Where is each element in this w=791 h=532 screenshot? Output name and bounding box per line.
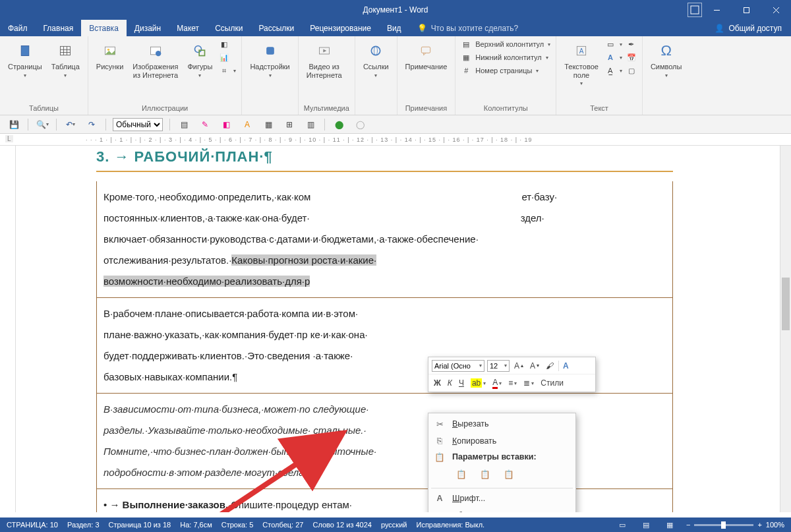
mini-shrink-font[interactable]: A▾ (528, 361, 541, 371)
qat-btn-7[interactable]: ▥ (303, 117, 318, 132)
status-section[interactable]: Раздел: 3 (67, 521, 100, 529)
close-button[interactable] (761, 0, 791, 20)
screenshot-button[interactable]: ⌗▾ (219, 65, 236, 76)
qat-btn-9[interactable]: ◯ (353, 117, 367, 132)
paste-keep-formatting[interactable]: 📋 (452, 465, 471, 483)
mini-underline[interactable]: Ч (457, 378, 466, 388)
paste-merge-formatting[interactable]: 📋 (476, 465, 494, 483)
quickparts-button[interactable]: ▭▾ (605, 39, 622, 49)
shapes-button[interactable]: Фигуры ▾ (185, 39, 215, 80)
mini-font-selector[interactable]: Arial (Осно▾ (432, 360, 484, 372)
footer-button[interactable]: ▦Нижний колонтитул ▾ (461, 52, 550, 63)
find-button[interactable]: 🔍▾ (35, 117, 49, 132)
vertical-scrollbar[interactable] (780, 146, 791, 512)
tab-layout[interactable]: Макет (169, 20, 207, 36)
pagenum-button[interactable]: #Номер страницы ▾ (461, 65, 550, 76)
status-at[interactable]: На: 7,6см (180, 521, 212, 529)
mini-format-painter[interactable]: 🖌 (544, 361, 556, 371)
header-button[interactable]: ▤Верхний колонтитул ▾ (461, 39, 550, 49)
ribbon-display-options[interactable] (688, 3, 702, 17)
mini-size-value: 12 (490, 362, 498, 370)
links-button[interactable]: Ссылки ▾ (361, 39, 392, 80)
mini-grow-font[interactable]: A▴ (512, 361, 525, 371)
horizontal-ruler[interactable]: L · · · 1 · | · 1 · | · | · 2 · | · 3 · … (0, 134, 791, 146)
mini-styles[interactable]: A (558, 361, 571, 371)
document-page[interactable]: 3. → РАБОЧИЙ·ПЛАН·¶ Кроме·того,·необходи… (96, 146, 673, 512)
tab-review[interactable]: Рецензирование (302, 20, 379, 36)
qat-btn-2[interactable]: ✎ (198, 117, 212, 132)
ctx-copy[interactable]: ⎘Копировать (428, 432, 575, 450)
ruler-tab-selector[interactable]: L (5, 135, 13, 142)
view-print-layout[interactable]: ▤ (639, 519, 653, 531)
online-pictures-button[interactable]: Изображения из Интернета (130, 39, 181, 80)
share-button[interactable]: 👤 Общий доступ (705, 20, 791, 36)
zoom-control[interactable]: − + 100% (686, 521, 784, 529)
qat-btn-1[interactable]: ▤ (177, 117, 191, 132)
comment-button[interactable]: Примечание (403, 39, 450, 73)
caret-icon: ▾ (580, 80, 583, 86)
mini-italic[interactable]: К (446, 378, 454, 388)
tab-home[interactable]: Главная (36, 20, 82, 36)
redo-button[interactable]: ↷ (84, 117, 99, 132)
status-page[interactable]: СТРАНИЦА: 10 (7, 521, 58, 529)
mini-numbering[interactable]: ≣▾ (521, 378, 536, 388)
tab-insert[interactable]: Вставка (81, 20, 127, 36)
view-web-layout[interactable]: ▦ (662, 519, 677, 531)
wordart-button[interactable]: A▾ (605, 52, 622, 63)
object-button[interactable]: ▢ (626, 65, 637, 76)
textbox-button[interactable]: A Текстовое поле ▾ (562, 39, 601, 88)
pages-button[interactable]: Страницы ▾ (5, 39, 45, 80)
tab-view[interactable]: Вид (379, 20, 409, 36)
status-pageof[interactable]: Страница 10 из 18 (109, 521, 171, 529)
status-column[interactable]: Столбец: 27 (262, 521, 303, 529)
paste-text-only[interactable]: 📋 (500, 465, 518, 483)
qat-btn-3[interactable]: ◧ (219, 117, 233, 132)
signature-button[interactable]: ✒ (626, 39, 637, 49)
mini-font-color[interactable]: A▾ (490, 377, 504, 390)
vertical-ruler[interactable] (0, 146, 16, 512)
mini-highlight[interactable]: ab▾ (469, 378, 488, 388)
qat-btn-8[interactable]: ⬤ (332, 117, 346, 132)
ctx-paragraph[interactable]: ≡Абзац... (428, 507, 575, 512)
pictures-button[interactable]: Рисунки (94, 39, 127, 73)
style-selector[interactable]: Обычный (113, 118, 163, 131)
tell-me[interactable]: 💡 Что вы хотите сделать? (409, 20, 527, 36)
minimize-button[interactable] (702, 0, 732, 20)
addins-button[interactable]: Надстройки ▾ (247, 39, 292, 80)
chart-button[interactable]: 📊 (219, 52, 236, 63)
datetime-button[interactable]: 📅 (626, 52, 637, 63)
mini-bold[interactable]: Ж (432, 378, 443, 388)
zoom-slider[interactable] (694, 524, 753, 526)
qat-btn-5[interactable]: ▦ (261, 117, 276, 132)
mini-styles-label[interactable]: Стили (539, 378, 566, 388)
qat-btn-4[interactable]: A (240, 117, 254, 132)
status-words[interactable]: Слово 12 из 4024 (312, 521, 372, 529)
pictures-label: Рисунки (96, 63, 124, 71)
maximize-button[interactable] (732, 0, 761, 20)
online-video-button[interactable]: Видео из Интернета (304, 39, 345, 80)
scrollbar-thumb[interactable] (782, 278, 790, 330)
status-language[interactable]: русский (381, 521, 407, 529)
tab-mailings[interactable]: Рассылки (250, 20, 302, 36)
zoom-level[interactable]: 100% (766, 521, 784, 529)
tab-design[interactable]: Дизайн (127, 20, 169, 36)
ctx-font[interactable]: AШрифт... (428, 490, 575, 507)
eraser-icon: ◧ (223, 120, 230, 129)
table-button[interactable]: Таблица ▾ (49, 39, 82, 80)
save-button[interactable]: 💾 (7, 117, 21, 132)
ctx-cut[interactable]: ✂ВВырезатьырезать (428, 415, 575, 432)
tab-file[interactable]: Файл (0, 20, 36, 36)
status-track-changes[interactable]: Исправления: Выкл. (416, 521, 484, 529)
undo-button[interactable]: ↶▾ (63, 117, 78, 132)
dropcap-button[interactable]: A̲▾ (605, 65, 622, 76)
mini-bullets[interactable]: ≡▾ (506, 378, 519, 388)
smartart-button[interactable]: ◧ (219, 39, 236, 49)
status-line[interactable]: Строка: 5 (221, 521, 254, 529)
symbols-button[interactable]: Ω Символы ▾ (648, 39, 685, 80)
view-read-mode[interactable]: ▭ (615, 519, 630, 531)
zoom-out[interactable]: − (686, 521, 690, 529)
mini-size-selector[interactable]: 12▾ (487, 360, 510, 372)
tab-references[interactable]: Ссылки (207, 20, 250, 36)
qat-btn-6[interactable]: ⊞ (282, 117, 297, 132)
zoom-in[interactable]: + (757, 521, 761, 529)
